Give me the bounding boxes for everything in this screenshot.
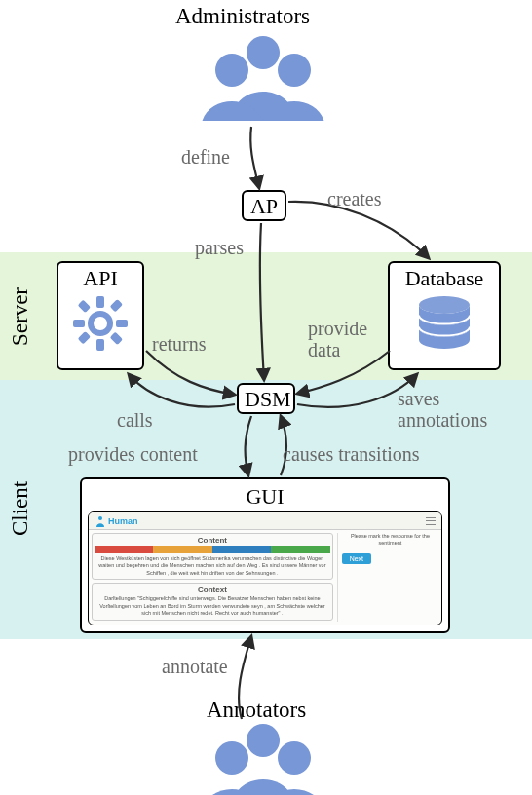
api-label: API bbox=[77, 263, 123, 293]
svg-point-3 bbox=[247, 724, 280, 757]
next-button[interactable]: Next bbox=[342, 553, 371, 564]
ap-node: AP bbox=[242, 190, 286, 221]
svg-rect-8 bbox=[96, 296, 104, 308]
annotators-label: Annotators bbox=[207, 698, 306, 723]
gui-node: GUI Human Content Diese Westküsten bbox=[80, 477, 450, 633]
edge-calls: calls bbox=[117, 409, 153, 432]
edge-causes-transitions: causes transitions bbox=[283, 443, 420, 466]
svg-rect-10 bbox=[73, 320, 85, 327]
context-panel-title: Context bbox=[95, 586, 330, 594]
gui-label: GUI bbox=[240, 482, 289, 511]
svg-point-18 bbox=[98, 516, 102, 520]
svg-point-7 bbox=[94, 317, 107, 330]
edge-saves-1: saves bbox=[398, 388, 439, 410]
gear-icon bbox=[70, 293, 131, 354]
svg-point-1 bbox=[215, 54, 248, 87]
administrators-icon bbox=[195, 33, 331, 117]
svg-point-5 bbox=[278, 741, 311, 775]
edge-saves-2: annotations bbox=[398, 409, 487, 432]
app-logo-text: Human bbox=[108, 516, 138, 526]
database-node: Database bbox=[388, 261, 501, 370]
content-text: Diese Westküsten lagen von sich geöffnet… bbox=[95, 555, 330, 577]
svg-point-17 bbox=[419, 296, 470, 314]
database-label: Database bbox=[399, 263, 490, 293]
instruction-text: Please mark the response for the sentime… bbox=[342, 533, 438, 548]
server-label: Server bbox=[8, 287, 33, 346]
content-panel-title: Content bbox=[95, 536, 330, 545]
svg-rect-15 bbox=[78, 331, 91, 344]
edge-creates: creates bbox=[327, 188, 382, 210]
svg-point-2 bbox=[278, 54, 311, 87]
svg-rect-11 bbox=[116, 320, 128, 327]
dsm-node: DSM bbox=[237, 383, 295, 414]
ap-label: AP bbox=[244, 192, 285, 221]
svg-rect-13 bbox=[110, 332, 123, 345]
edge-returns: returns bbox=[152, 333, 207, 356]
edge-define: define bbox=[181, 146, 230, 169]
context-text: Darſtellungen "Schiggereſchiffe sind unt… bbox=[95, 595, 330, 617]
dsm-label: DSM bbox=[239, 385, 293, 414]
svg-rect-12 bbox=[78, 300, 91, 313]
database-icon bbox=[410, 293, 478, 354]
client-label: Client bbox=[8, 481, 33, 536]
svg-rect-9 bbox=[96, 339, 104, 351]
app-logo: Human bbox=[95, 515, 138, 527]
edge-provides-content: provides content bbox=[68, 443, 198, 466]
edge-provide-data-1: provide bbox=[308, 318, 367, 340]
svg-rect-14 bbox=[110, 299, 123, 312]
annotators-icon bbox=[195, 721, 331, 795]
menu-icon[interactable] bbox=[426, 517, 436, 525]
svg-point-0 bbox=[247, 36, 280, 69]
svg-point-4 bbox=[215, 741, 248, 775]
api-node: API bbox=[57, 261, 144, 370]
edge-annotate: annotate bbox=[162, 656, 228, 678]
content-legend bbox=[95, 546, 330, 553]
edge-parses: parses bbox=[195, 237, 244, 259]
administrators-label: Administrators bbox=[175, 4, 310, 29]
gui-screenshot: Human Content Diese Westküsten lagen von… bbox=[88, 511, 442, 625]
edge-provide-data-2: data bbox=[308, 339, 340, 361]
